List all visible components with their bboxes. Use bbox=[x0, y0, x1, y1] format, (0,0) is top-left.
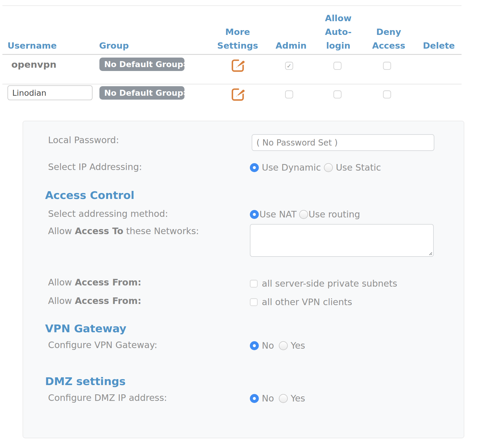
group-select-linodian[interactable]: No Default Group bbox=[99, 86, 184, 100]
col-header-more-settings: More Settings bbox=[214, 25, 262, 52]
deny-checkbox-linodian[interactable] bbox=[383, 90, 391, 98]
vpn-gateway-yes-label: Yes bbox=[291, 340, 305, 351]
vpn-gateway-no-label: No bbox=[262, 340, 274, 351]
access-from-label-1: Allow Access From: bbox=[48, 277, 141, 288]
access-control-title: Access Control bbox=[45, 189, 134, 201]
dmz-yes-label: Yes bbox=[291, 393, 305, 404]
select-addressing-method-label: Select addressing method: bbox=[48, 208, 168, 219]
username-openvpn: openvpn bbox=[11, 59, 56, 70]
vpn-gateway-no-radio[interactable] bbox=[250, 341, 259, 350]
col-header-allow-autologin: Allow Auto-login bbox=[322, 11, 355, 52]
group-select-value: No Default Group bbox=[104, 88, 183, 98]
more-settings-edit-button-linodian[interactable] bbox=[229, 86, 246, 102]
user-settings-panel: Local Password: Select IP Addressing: Us… bbox=[23, 121, 464, 438]
other-vpn-clients-label: all other VPN clients bbox=[262, 297, 352, 307]
subnets-checkbox-row: all server-side private subnets bbox=[250, 278, 397, 289]
dmz-no-label: No bbox=[262, 393, 274, 404]
user-permissions-screen: Username Group More Settings Admin Allow… bbox=[0, 0, 486, 448]
dmz-radio-group: No Yes bbox=[250, 393, 305, 404]
vpn-gateway-radio-group: No Yes bbox=[250, 340, 305, 351]
use-routing-radio[interactable] bbox=[299, 210, 308, 219]
networks-textarea-wrap bbox=[250, 224, 434, 257]
dmz-settings-title: DMZ settings bbox=[45, 375, 126, 387]
use-static-label: Use Static bbox=[336, 162, 381, 173]
vpn-clients-checkbox-row: all other VPN clients bbox=[250, 297, 352, 307]
select-updown-icon bbox=[183, 61, 187, 68]
autologin-checkbox-openvpn[interactable] bbox=[333, 62, 342, 70]
username-input[interactable] bbox=[7, 85, 93, 100]
col-header-username: Username bbox=[7, 39, 57, 52]
local-password-label: Local Password: bbox=[48, 135, 119, 145]
addressing-method-radio-group: Use NAT Use routing bbox=[250, 209, 360, 220]
private-subnets-checkbox[interactable] bbox=[250, 280, 258, 288]
col-header-admin: Admin bbox=[273, 39, 309, 52]
label-bold: Access From: bbox=[75, 277, 142, 288]
use-nat-radio[interactable] bbox=[250, 210, 259, 219]
use-routing-label: Use routing bbox=[309, 209, 360, 220]
configure-dmz-label: Configure DMZ IP address: bbox=[48, 393, 167, 403]
deny-checkbox-openvpn[interactable] bbox=[383, 62, 391, 70]
more-settings-edit-button-openvpn[interactable] bbox=[229, 57, 246, 73]
dmz-no-radio[interactable] bbox=[250, 394, 259, 403]
check-icon: ✓ bbox=[287, 63, 292, 69]
admin-checkbox-openvpn[interactable]: ✓ bbox=[285, 62, 293, 70]
label-bold: Access From: bbox=[75, 296, 142, 306]
vpn-gateway-yes-radio[interactable] bbox=[279, 341, 288, 350]
group-select-value: No Default Group bbox=[104, 60, 183, 69]
vpn-gateway-title: VPN Gateway bbox=[45, 322, 126, 335]
group-select-openvpn[interactable]: No Default Group bbox=[99, 58, 184, 71]
dmz-yes-radio[interactable] bbox=[279, 394, 288, 403]
label-suffix: these Networks: bbox=[123, 226, 199, 236]
col-header-group: Group bbox=[99, 39, 129, 52]
ip-addressing-radio-group: Use Dynamic Use Static bbox=[250, 162, 381, 173]
use-nat-label: Use NAT bbox=[259, 209, 297, 220]
label-prefix: Allow bbox=[48, 277, 75, 288]
col-header-deny-access: Deny Access bbox=[371, 25, 407, 52]
local-password-input[interactable] bbox=[252, 134, 434, 151]
use-static-radio[interactable] bbox=[324, 163, 333, 172]
row-divider bbox=[2, 84, 462, 84]
use-dynamic-label: Use Dynamic bbox=[262, 162, 321, 173]
label-prefix: Allow bbox=[48, 226, 75, 236]
edit-pencil-icon bbox=[229, 57, 246, 73]
col-header-delete: Delete bbox=[421, 39, 457, 52]
access-to-networks-label: Allow Access To these Networks: bbox=[48, 226, 199, 236]
select-updown-icon bbox=[183, 89, 187, 96]
access-from-label-2: Allow Access From: bbox=[48, 296, 141, 306]
private-subnets-label: all server-side private subnets bbox=[262, 278, 397, 289]
select-ip-addressing-label: Select IP Addressing: bbox=[48, 162, 142, 172]
edit-pencil-icon bbox=[229, 86, 246, 102]
label-bold: Access To bbox=[75, 226, 123, 236]
top-divider bbox=[2, 5, 462, 6]
configure-vpn-gateway-label: Configure VPN Gateway: bbox=[48, 340, 157, 350]
admin-checkbox-linodian[interactable] bbox=[285, 90, 293, 98]
label-prefix: Allow bbox=[48, 296, 75, 306]
header-divider bbox=[2, 54, 462, 55]
networks-textarea[interactable] bbox=[250, 224, 434, 257]
other-vpn-clients-checkbox[interactable] bbox=[250, 298, 258, 306]
use-dynamic-radio[interactable] bbox=[250, 163, 259, 172]
autologin-checkbox-linodian[interactable] bbox=[333, 90, 342, 98]
